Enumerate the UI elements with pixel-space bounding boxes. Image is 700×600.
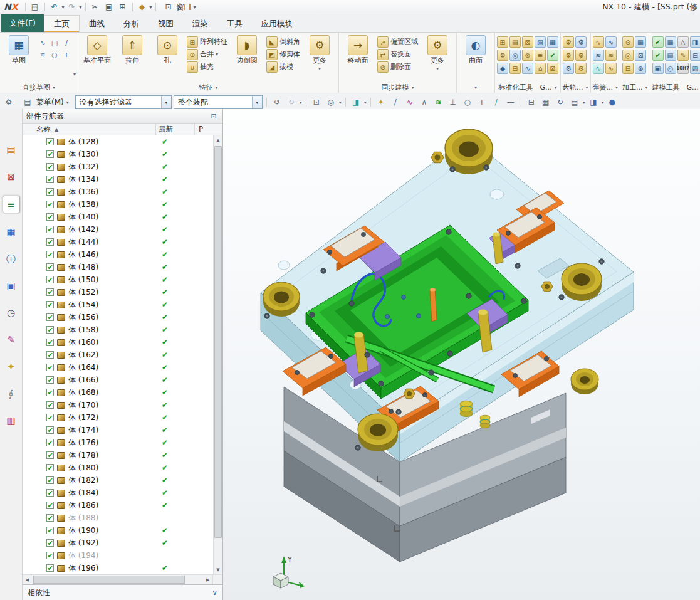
draft-button[interactable]: ◢拔模 (265, 61, 301, 73)
check-tool-icon[interactable]: ✔ (652, 50, 664, 61)
roles-icon[interactable]: ✎ (3, 332, 19, 348)
scroll-up-icon[interactable]: ▲ (214, 135, 222, 145)
table-row[interactable]: ✔ 体 (138) ✔ (23, 198, 213, 211)
body-row-label[interactable]: 体 (160) (68, 337, 144, 348)
column-header-name[interactable]: 名称 ▲ (23, 124, 156, 135)
hole-button[interactable]: ⊙ 孔 (150, 33, 184, 65)
documentation-icon[interactable]: ▣ (3, 278, 19, 294)
spring-tool-icon[interactable]: ∿ (593, 36, 604, 48)
machining-tool-icon[interactable]: ◎ (622, 50, 634, 61)
body-row-label[interactable]: 体 (188) (68, 513, 144, 524)
body-row-label[interactable]: 体 (196) (68, 563, 144, 574)
snap-curve-icon[interactable]: ∿ (404, 96, 416, 108)
modeling-tool-icon[interactable]: ✎ (677, 50, 689, 61)
body-row-label[interactable]: 体 (134) (68, 174, 144, 185)
row-checkbox[interactable]: ✔ (46, 138, 54, 145)
body-row-label[interactable]: 体 (164) (68, 362, 144, 373)
std-tool-icon[interactable]: ⚙ (497, 50, 508, 61)
std-tool-icon[interactable]: ▦ (547, 36, 558, 48)
target-point-icon[interactable]: ● (606, 96, 619, 108)
part-navigator-icon[interactable]: ≡ (3, 196, 20, 213)
body-row-label[interactable]: 体 (166) (68, 375, 144, 386)
row-checkbox[interactable]: ✔ (46, 163, 54, 171)
table-row[interactable]: ✔ 体 (178) ✔ (23, 449, 213, 461)
ribbon-tab[interactable]: 文件(F) (1, 14, 44, 32)
scroll-down-icon[interactable]: ▼ (214, 565, 222, 574)
templates-icon[interactable]: ▥ (3, 413, 19, 429)
table-row[interactable]: ✔ 体 (144) ✔ (23, 236, 213, 248)
group-label-machining-tools[interactable]: 加工...▾ (622, 82, 648, 93)
table-row[interactable]: ✔ 体 (158) ✔ (23, 324, 213, 336)
window-menu-button[interactable]: ⊡ 窗口 ▾ (159, 1, 199, 13)
spring-tool-icon[interactable]: ≋ (605, 50, 617, 61)
process-studio-icon[interactable]: ∮ (3, 386, 19, 402)
body-row-label[interactable]: 体 (156) (68, 312, 144, 323)
edge-blend-button[interactable]: ◗ 边倒圆 (230, 33, 264, 65)
group-label-spring-tools[interactable]: 弹簧...▾ (593, 82, 619, 93)
row-checkbox[interactable]: ✔ (46, 439, 54, 446)
table-row[interactable]: ✔ 体 (194) ✔ (23, 549, 213, 562)
row-checkbox[interactable]: ✔ (46, 351, 54, 359)
display-dropdown-icon[interactable]: ▾ (364, 100, 367, 105)
row-checkbox[interactable]: ✔ (46, 326, 54, 334)
table-row[interactable]: ✔ 体 (130) ✔ (23, 148, 213, 161)
body-row-label[interactable]: 体 (172) (68, 413, 144, 423)
table-row[interactable]: ✔ 体 (128) ✔ (23, 135, 213, 148)
snap-perpendicular-icon[interactable]: ⊥ (447, 96, 459, 108)
surface-button[interactable]: ◐ 曲面 (459, 33, 493, 65)
spring-tool-icon[interactable]: ∿ (605, 63, 617, 74)
std-tool-icon[interactable]: ✔ (547, 50, 558, 61)
ribbon-tab[interactable]: 主页 (44, 15, 80, 32)
table-display-icon[interactable]: ▤ (568, 96, 581, 108)
scroll-right-icon[interactable]: ▶ (203, 575, 212, 584)
row-checkbox[interactable]: ✔ (46, 263, 54, 271)
table-row[interactable]: ✔ 体 (188) ✔ (23, 512, 213, 524)
body-row-label[interactable]: 体 (144) (68, 237, 144, 248)
table-row[interactable]: ✔ 体 (184) ✔ (23, 487, 213, 499)
table-row[interactable]: ✔ 体 (146) ✔ (23, 248, 213, 261)
sync-more-button[interactable]: ⚙ 更多 ▾ (421, 33, 454, 71)
customize-icon[interactable]: ◆ (136, 1, 149, 13)
table-row[interactable]: ✔ 体 (148) ✔ (23, 261, 213, 273)
table-row[interactable]: ✔ 体 (150) ✔ (23, 273, 213, 286)
body-row-label[interactable]: 体 (174) (68, 425, 144, 436)
select-dropdown-icon[interactable]: ▾ (339, 100, 342, 105)
constraint-navigator-icon[interactable]: ⊠ (3, 169, 19, 185)
triangle-tool-icon[interactable]: △ (677, 36, 689, 48)
body-row-label[interactable]: 体 (184) (68, 488, 144, 498)
table-row[interactable]: ✔ 体 (142) ✔ (23, 223, 213, 236)
check-tool-icon[interactable]: ✔ (652, 36, 664, 48)
snap-dash-icon[interactable]: — (504, 96, 517, 108)
spline-icon[interactable]: ∿ (37, 37, 48, 48)
view-triad[interactable]: Y (273, 555, 305, 588)
cut-icon[interactable]: ✂ (89, 1, 102, 13)
web-browser-icon[interactable]: ⓘ (3, 251, 19, 267)
machining-tool-icon[interactable]: ⊛ (635, 63, 646, 74)
measure-icon[interactable]: ⊟ (525, 96, 538, 108)
row-checkbox[interactable]: ✔ (46, 464, 54, 471)
body-row-label[interactable]: 体 (194) (68, 550, 144, 561)
table-row[interactable]: ✔ 体 (176) ✔ (23, 436, 213, 449)
body-row-label[interactable]: 体 (176) (68, 438, 144, 448)
table-row[interactable]: ✔ 体 (164) ✔ (23, 361, 213, 374)
circle-icon[interactable]: ○ (49, 49, 60, 60)
table-row[interactable]: ✔ 体 (166) ✔ (23, 374, 213, 386)
vertical-scrollbar[interactable]: ▲ ▼ (213, 135, 222, 574)
ribbon-tab[interactable]: 视图 (149, 16, 183, 32)
std-tool-icon[interactable]: ⊛ (522, 50, 533, 61)
delete-face-button[interactable]: ⊘删除面 (376, 61, 419, 73)
row-checkbox[interactable]: ✔ (46, 376, 54, 384)
replace-face-button[interactable]: ⇄替换面 (376, 48, 419, 60)
assembly-navigator-icon[interactable]: ▤ (3, 142, 19, 158)
body-row-label[interactable]: 体 (162) (68, 350, 144, 361)
modeling-tool-icon[interactable]: ▤ (665, 50, 676, 61)
point-icon[interactable]: + (61, 49, 72, 60)
group-label-synchronous-modeling[interactable]: 同步建模▾ (341, 82, 454, 93)
table-row[interactable]: ✔ 体 (192) ✔ (23, 537, 213, 549)
table-row[interactable]: ✔ 体 (160) ✔ (23, 336, 213, 349)
undo-icon[interactable]: ↶ (48, 1, 61, 13)
table-row[interactable]: ✔ 体 (152) ✔ (23, 286, 213, 298)
modeling-tool-icon[interactable]: ▣ (652, 63, 664, 74)
group-label-feature[interactable]: 特征▾ (80, 82, 337, 93)
modeling-tool-icon[interactable]: ▦ (665, 36, 676, 48)
